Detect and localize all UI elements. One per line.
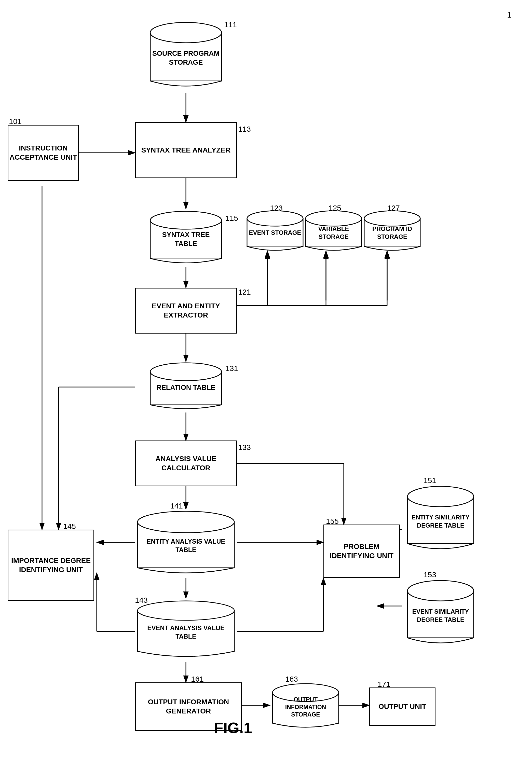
analysis-value-calculator: ANALYSIS VALUE CALCULATOR [135, 440, 237, 486]
event-analysis-value-table: EVENT ANALYSIS VALUE TABLE [135, 598, 237, 662]
source-program-storage: SOURCE PROGRAM STORAGE [148, 18, 224, 92]
importance-degree-identifying-unit-label: IMPORTANCE DEGREE IDENTIFYING UNIT [8, 556, 93, 575]
svg-point-46 [138, 511, 234, 533]
output-information-storage-label: OUTPUT INFORMATION STORAGE [270, 696, 341, 719]
svg-point-34 [150, 22, 222, 43]
ref-121: 121 [238, 288, 251, 296]
variable-storage-label: VARIABLE STORAGE [303, 225, 364, 241]
output-information-generator-label: OUTPUT INFORMATION GENERATOR [136, 697, 241, 716]
program-id-storage: PROGRAM ID STORAGE [361, 209, 423, 255]
syntax-tree-analyzer-label: SYNTAX TREE ANALYZER [141, 146, 231, 155]
svg-point-50 [407, 486, 474, 507]
ref-133: 133 [238, 443, 251, 452]
event-storage-label: EVENT STORAGE [246, 229, 304, 236]
entity-analysis-value-table-label: ENTITY ANALYSIS VALUE TABLE [135, 537, 237, 554]
ref-163: 163 [285, 675, 298, 683]
entity-similarity-degree-table-label: ENTITY SIMILARITY DEGREE TABLE [405, 513, 476, 529]
relation-table-label: RELATION TABLE [154, 383, 218, 392]
ref-127: 127 [387, 204, 400, 212]
event-similarity-degree-table-label: EVENT SIMILARITY DEGREE TABLE [405, 608, 476, 623]
syntax-tree-analyzer: SYNTAX TREE ANALYZER [135, 122, 237, 178]
event-entity-extractor-label: EVENT AND ENTITY EXTRACTOR [136, 301, 236, 320]
relation-table: RELATION TABLE [148, 362, 224, 412]
svg-point-42 [364, 211, 420, 226]
fig-label: FIG.1 [214, 719, 252, 737]
svg-point-52 [407, 581, 474, 601]
output-unit-label: OUTPUT UNIT [378, 702, 426, 711]
ref-113: 113 [238, 125, 251, 134]
source-program-storage-label: SOURCE PROGRAM STORAGE [148, 49, 224, 67]
page-ref-1: 1 [507, 10, 512, 19]
output-information-storage: OUTPUT INFORMATION STORAGE [270, 682, 341, 731]
ref-143: 143 [135, 596, 148, 604]
program-id-storage-label: PROGRAM ID STORAGE [361, 225, 423, 241]
svg-point-38 [247, 211, 303, 226]
ref-151: 151 [423, 476, 436, 485]
event-entity-extractor: EVENT AND ENTITY EXTRACTOR [135, 288, 237, 334]
diagram-container: 1 SOURCE PROGRAM STORAGE 111 SYNTAX TREE… [0, 0, 532, 757]
svg-point-48 [138, 601, 234, 620]
event-analysis-value-table-label: EVENT ANALYSIS VALUE TABLE [135, 624, 237, 640]
svg-point-36 [150, 211, 222, 229]
ref-125: 125 [329, 204, 341, 212]
variable-storage: VARIABLE STORAGE [303, 209, 364, 255]
ref-123: 123 [270, 204, 283, 212]
analysis-value-calculator-label: ANALYSIS VALUE CALCULATOR [136, 454, 236, 473]
ref-111: 111 [224, 20, 237, 29]
problem-identifying-unit-label: PROBLEM IDENTIFYING UNIT [324, 542, 399, 561]
event-similarity-degree-table: EVENT SIMILARITY DEGREE TABLE [405, 578, 476, 649]
svg-point-44 [150, 363, 222, 381]
ref-141: 141 [170, 501, 183, 510]
ref-145: 145 [63, 522, 76, 530]
entity-analysis-value-table: ENTITY ANALYSIS VALUE TABLE [135, 509, 237, 578]
importance-degree-identifying-unit: IMPORTANCE DEGREE IDENTIFYING UNIT [8, 530, 94, 601]
svg-point-40 [306, 211, 361, 226]
ref-171: 171 [378, 680, 391, 688]
instruction-acceptance-unit-label: INSTRUCTION ACCEPTANCE UNIT [8, 144, 78, 162]
output-unit: OUTPUT UNIT [369, 687, 435, 726]
ref-101: 101 [9, 117, 22, 126]
instruction-acceptance-unit: INSTRUCTION ACCEPTANCE UNIT [8, 125, 79, 181]
ref-153: 153 [423, 570, 436, 579]
problem-identifying-unit: PROBLEM IDENTIFYING UNIT [324, 525, 400, 578]
ref-155: 155 [326, 517, 339, 526]
event-storage: EVENT STORAGE [244, 209, 306, 255]
syntax-tree-table: SYNTAX TREE TABLE [148, 209, 224, 267]
syntax-tree-table-label: SYNTAX TREE TABLE [148, 230, 224, 248]
ref-115: 115 [225, 214, 238, 223]
entity-similarity-degree-table: ENTITY SIMILARITY DEGREE TABLE [405, 484, 476, 555]
ref-161: 161 [191, 675, 204, 683]
ref-131: 131 [225, 364, 238, 373]
